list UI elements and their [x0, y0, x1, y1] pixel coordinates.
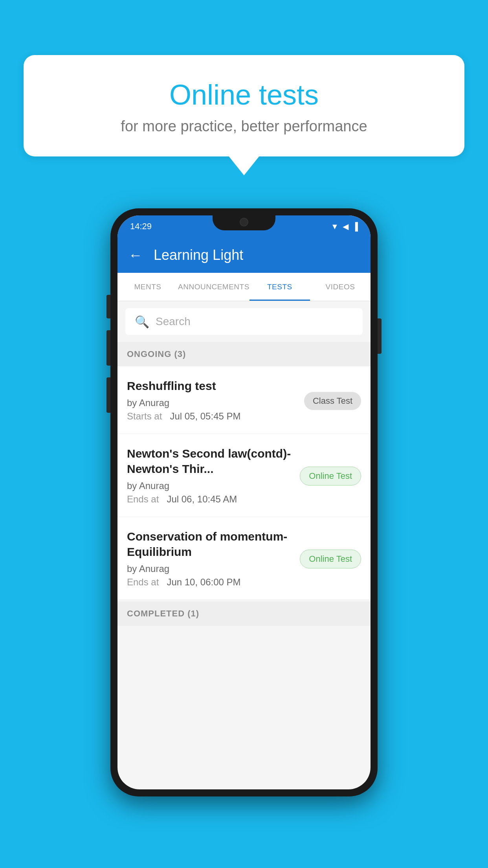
completed-section-title: COMPLETED (1)	[127, 609, 199, 618]
app-bar: ← Learning Light	[117, 237, 371, 273]
test-name-newton: Newton's Second law(contd)-Newton's Thir…	[127, 446, 292, 476]
tab-bar: MENTS ANNOUNCEMENTS TESTS VIDEOS	[117, 273, 371, 301]
search-icon: 🔍	[135, 315, 149, 329]
notch-area	[110, 208, 378, 240]
test-author-newton: by Anurag	[127, 480, 292, 491]
search-container: 🔍 Search	[117, 301, 371, 342]
test-name-reshuffling: Reshuffling test	[127, 378, 296, 394]
test-info-conservation: Conservation of momentum-Equilibrium by …	[127, 529, 300, 588]
test-time-label-reshuffling: Starts at	[127, 411, 162, 421]
test-time-label-newton: Ends at	[127, 494, 159, 504]
camera	[240, 218, 248, 226]
mute-button	[106, 295, 110, 318]
phone-mockup: 14:29 ▼ ◀ ▐ ← Learning Light MENTS ANNOU…	[110, 208, 378, 796]
tab-videos[interactable]: VIDEOS	[310, 273, 371, 301]
test-info-newton: Newton's Second law(contd)-Newton's Thir…	[127, 446, 300, 505]
test-time-value-newton: Jul 06, 10:45 AM	[167, 494, 237, 504]
test-item-newton[interactable]: Newton's Second law(contd)-Newton's Thir…	[117, 434, 371, 517]
tests-list: Reshuffling test by Anurag Starts at Jul…	[117, 366, 371, 600]
test-badge-conservation: Online Test	[300, 550, 361, 568]
test-time-value-reshuffling: Jul 05, 05:45 PM	[170, 411, 240, 421]
phone-screen: 14:29 ▼ ◀ ▐ ← Learning Light MENTS ANNOU…	[117, 215, 371, 789]
test-item-reshuffling[interactable]: Reshuffling test by Anurag Starts at Jul…	[117, 366, 371, 434]
back-button[interactable]: ←	[128, 247, 143, 263]
bubble-title: Online tests	[55, 79, 433, 111]
power-button	[378, 318, 382, 354]
test-time-value-conservation: Jun 10, 06:00 PM	[167, 577, 240, 587]
test-item-conservation[interactable]: Conservation of momentum-Equilibrium by …	[117, 517, 371, 600]
test-time-conservation: Ends at Jun 10, 06:00 PM	[127, 577, 292, 588]
tab-announcements[interactable]: ANNOUNCEMENTS	[178, 273, 250, 301]
notch	[213, 214, 275, 230]
volume-down-button	[106, 377, 110, 413]
completed-section-header: COMPLETED (1)	[117, 601, 371, 626]
test-author-conservation: by Anurag	[127, 563, 292, 574]
test-badge-reshuffling: Class Test	[304, 392, 361, 410]
volume-up-button	[106, 330, 110, 366]
tab-assignments[interactable]: MENTS	[117, 273, 178, 301]
app-title: Learning Light	[154, 247, 243, 263]
test-info-reshuffling: Reshuffling test by Anurag Starts at Jul…	[127, 378, 304, 422]
search-bar[interactable]: 🔍 Search	[125, 308, 363, 335]
ongoing-section-title: ONGOING (3)	[127, 349, 186, 359]
phone-frame: 14:29 ▼ ◀ ▐ ← Learning Light MENTS ANNOU…	[110, 208, 378, 796]
test-time-reshuffling: Starts at Jul 05, 05:45 PM	[127, 411, 296, 422]
test-badge-newton: Online Test	[300, 467, 361, 485]
test-time-label-conservation: Ends at	[127, 577, 159, 587]
search-placeholder: Search	[156, 315, 191, 328]
tab-tests[interactable]: TESTS	[250, 273, 310, 301]
ongoing-section-header: ONGOING (3)	[117, 342, 371, 366]
test-name-conservation: Conservation of momentum-Equilibrium	[127, 529, 292, 559]
test-time-newton: Ends at Jul 06, 10:45 AM	[127, 494, 292, 505]
speech-bubble: Online tests for more practice, better p…	[24, 55, 464, 156]
bubble-subtitle: for more practice, better performance	[55, 118, 433, 135]
promo-section: Online tests for more practice, better p…	[24, 55, 464, 156]
test-author-reshuffling: by Anurag	[127, 397, 296, 408]
